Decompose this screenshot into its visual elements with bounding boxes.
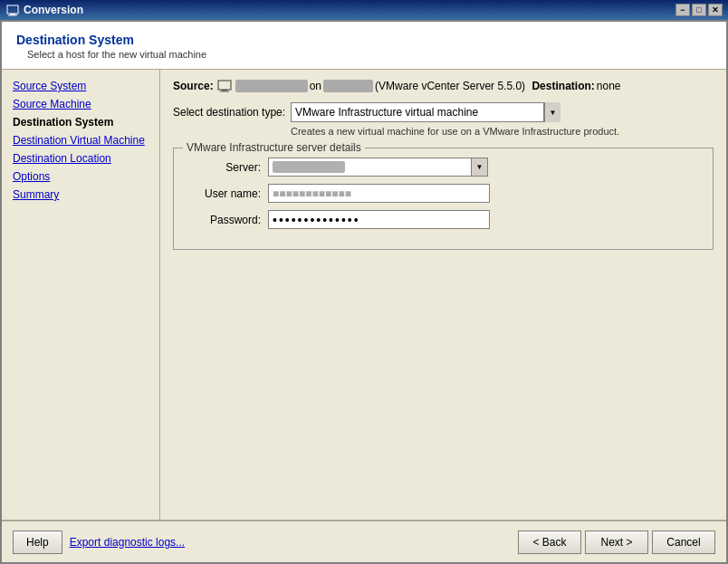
title-bar: Conversion − □ ✕ (0, 0, 728, 20)
sidebar-item-destination-system: Destination System (2, 113, 159, 131)
maximize-button[interactable]: □ (692, 4, 706, 16)
destination-type-arrow[interactable]: ▼ (544, 102, 560, 122)
server-field-row: Server: ▼ (187, 158, 700, 177)
username-label: User name: (187, 187, 268, 200)
server-value (273, 161, 345, 173)
footer-right: < Back Next > Cancel (518, 531, 715, 554)
main-window: Destination System Select a host for the… (0, 20, 728, 564)
export-logs-button[interactable]: Export diagnostic logs... (64, 531, 190, 554)
svg-rect-5 (220, 91, 229, 92)
footer-left: Help Export diagnostic logs... (13, 531, 518, 554)
source-on-text: on (310, 80, 321, 92)
source-label: Source: (173, 80, 214, 92)
content-area: Source System Source Machine Destination… (2, 70, 726, 521)
server-combo[interactable]: ▼ (268, 158, 488, 177)
sidebar-item-options[interactable]: Options (2, 167, 159, 186)
svg-rect-4 (222, 90, 227, 91)
server-label: Server: (187, 161, 268, 174)
svg-rect-3 (218, 81, 231, 90)
server-input[interactable] (268, 158, 472, 177)
window-controls: − □ ✕ (675, 4, 723, 16)
title-bar-icon (5, 3, 20, 17)
minimize-button[interactable]: − (675, 4, 690, 16)
page-subtitle: Select a host for the new virtual machin… (27, 49, 712, 60)
select-destination-row: Select destination type: VMware Infrastr… (173, 102, 714, 122)
footer: Help Export diagnostic logs... < Back Ne… (2, 521, 726, 562)
svg-rect-0 (7, 5, 18, 14)
next-button[interactable]: Next > (585, 531, 648, 554)
source-vcenter-text: (VMware vCenter Server 5.5.0) (375, 80, 525, 92)
destination-value: none (597, 80, 621, 92)
select-dest-label: Select destination type: (173, 106, 285, 119)
vmware-server-details-group: VMware Infrastructure server details Ser… (173, 148, 714, 250)
sidebar: Source System Source Machine Destination… (2, 70, 160, 520)
main-panel: Source: on (VMware vCenter Server 5.5.0)… (160, 70, 726, 520)
page-title: Destination System (16, 33, 712, 47)
destination-type-input[interactable]: VMware Infrastructure virtual machine (291, 102, 544, 122)
header: Destination System Select a host for the… (2, 22, 726, 70)
sidebar-item-destination-virtual-machine[interactable]: Destination Virtual Machine (2, 131, 159, 149)
password-input[interactable] (268, 210, 490, 229)
source-blurred-host (323, 80, 373, 92)
server-dropdown-arrow[interactable]: ▼ (472, 158, 488, 177)
sidebar-item-summary[interactable]: Summary (2, 186, 159, 204)
password-field-row: Password: (187, 210, 700, 229)
username-field-row: User name: (187, 184, 700, 203)
password-label: Password: (187, 214, 268, 226)
destination-label: Destination: (532, 80, 594, 92)
svg-rect-2 (8, 15, 17, 16)
destination-type-combo[interactable]: VMware Infrastructure virtual machine ▼ (291, 102, 560, 122)
source-info-bar: Source: on (VMware vCenter Server 5.5.0)… (173, 79, 714, 93)
monitor-icon (217, 79, 232, 93)
destination-description: Creates a new virtual machine for use on… (291, 126, 714, 137)
help-button[interactable]: Help (13, 531, 62, 554)
username-input[interactable] (268, 184, 490, 203)
cancel-button[interactable]: Cancel (652, 531, 715, 554)
group-box-title: VMware Infrastructure server details (183, 141, 365, 154)
destination-type-value: VMware Infrastructure virtual machine (295, 106, 478, 119)
sidebar-item-destination-location[interactable]: Destination Location (2, 149, 159, 167)
back-button[interactable]: < Back (518, 531, 581, 554)
svg-rect-1 (10, 14, 15, 15)
source-blurred-name (235, 80, 308, 92)
sidebar-item-source-machine[interactable]: Source Machine (2, 95, 159, 113)
close-button[interactable]: ✕ (708, 4, 723, 16)
window-title: Conversion (24, 4, 675, 16)
sidebar-item-source-system[interactable]: Source System (2, 77, 159, 95)
